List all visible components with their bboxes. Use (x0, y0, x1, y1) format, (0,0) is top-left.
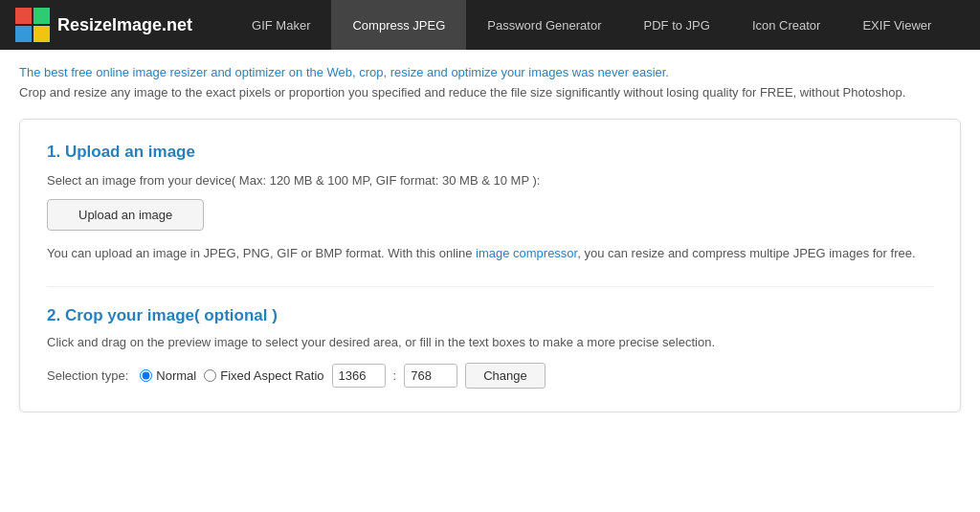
radio-normal-input[interactable] (140, 369, 152, 382)
radio-normal-label: Normal (156, 368, 196, 383)
image-compressor-link[interactable]: image compressor (476, 246, 577, 260)
upload-section-title: 1. Upload an image (47, 143, 933, 162)
nav-item-exif-viewer[interactable]: EXIF Viewer (841, 0, 952, 50)
main-card: 1. Upload an image Select an image from … (19, 119, 961, 412)
logo-area: ResizeImage.net (15, 8, 192, 42)
upload-note: You can upload an image in JPEG, PNG, GI… (47, 244, 933, 263)
radio-aspect-group[interactable]: Fixed Aspect Ratio (204, 368, 323, 383)
upload-note-after: , you can resize and compress multipe JP… (577, 246, 915, 260)
radio-aspect-label: Fixed Aspect Ratio (220, 368, 323, 383)
section-crop: 2. Crop your image( optional ) Click and… (47, 306, 933, 389)
section-divider (47, 286, 933, 287)
section-upload: 1. Upload an image Select an image from … (47, 143, 933, 263)
nav-item-pdf-to-jpg[interactable]: PDF to JPG (623, 0, 731, 50)
tagline2: Crop and resize any image to the exact p… (19, 85, 961, 100)
upload-note-before: You can upload an image in JPEG, PNG, GI… (47, 246, 476, 260)
height-input[interactable] (404, 364, 457, 388)
select-label: Select an image from your device( Max: 1… (47, 173, 933, 188)
nav-item-password-generator[interactable]: Password Generator (466, 0, 622, 50)
tagline1: The best free online image resizer and o… (19, 65, 961, 79)
nav-item-gif-maker[interactable]: GIF Maker (231, 0, 331, 50)
crop-description: Click and drag on the preview image to s… (47, 335, 933, 349)
logo-text[interactable]: ResizeImage.net (57, 15, 192, 35)
radio-aspect-input[interactable] (204, 369, 216, 382)
header: ResizeImage.net GIF Maker Compress JPEG … (0, 0, 980, 50)
colon-separator: : (393, 368, 397, 383)
selection-type-label: Selection type: (47, 368, 128, 383)
radio-normal-group[interactable]: Normal (140, 368, 196, 383)
nav-item-icon-creator[interactable]: Icon Creator (731, 0, 842, 50)
crop-section-title: 2. Crop your image( optional ) (47, 306, 933, 325)
main-nav: GIF Maker Compress JPEG Password Generat… (231, 0, 965, 50)
logo-icon (15, 8, 50, 42)
width-input[interactable] (332, 364, 386, 388)
upload-image-button[interactable]: Upload an image (47, 199, 204, 231)
change-button[interactable]: Change (465, 363, 546, 389)
nav-item-compress-jpeg[interactable]: Compress JPEG (331, 0, 466, 50)
selection-row: Selection type: Normal Fixed Aspect Rati… (47, 363, 933, 389)
main-content: The best free online image resizer and o… (0, 50, 980, 412)
